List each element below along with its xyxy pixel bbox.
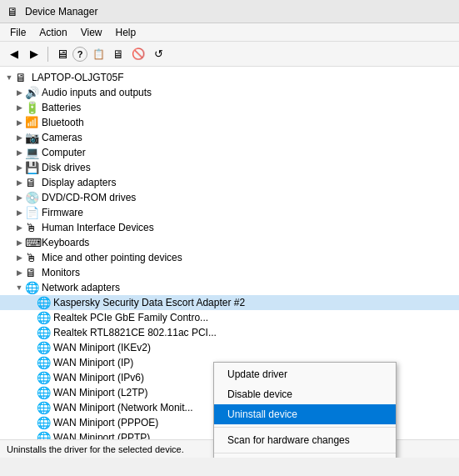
list-item[interactable]: 🌐 Realtek RTL8821CE 802.11ac PCI... bbox=[0, 325, 459, 340]
item-label: Cameras bbox=[42, 132, 82, 143]
item-label: Keyboards bbox=[42, 237, 89, 248]
network-adapter-icon: 🌐 bbox=[37, 296, 50, 309]
root-expand: ▼ bbox=[3, 72, 15, 83]
bluetooth-icon: 📶 bbox=[25, 116, 38, 129]
item-label: Audio inputs and outputs bbox=[42, 87, 152, 98]
list-item[interactable]: 🌐 WAN Miniport (IKEv2) bbox=[0, 340, 459, 355]
list-item[interactable]: ▶ 📶 Bluetooth bbox=[0, 115, 459, 130]
item-label: Computer bbox=[42, 147, 86, 158]
expand-icon: ▶ bbox=[13, 132, 25, 143]
list-item[interactable]: ▶ 🔋 Batteries bbox=[0, 100, 459, 115]
expand-icon: ▶ bbox=[13, 207, 25, 218]
menu-help[interactable]: Help bbox=[109, 25, 143, 40]
item-label: Batteries bbox=[42, 102, 81, 113]
list-item[interactable]: ▶ 🖱 Human Interface Devices bbox=[0, 220, 459, 235]
item-label: Kaspersky Security Data Escort Adapter #… bbox=[53, 297, 245, 308]
item-label: Bluetooth bbox=[42, 117, 84, 128]
context-menu: Update driver Disable device Uninstall d… bbox=[213, 362, 397, 458]
toolbar-properties[interactable]: 📋 bbox=[89, 45, 107, 63]
item-label: Firmware bbox=[42, 207, 83, 218]
network-adapter-icon: 🌐 bbox=[37, 416, 50, 429]
network-adapter-icon: 🌐 bbox=[37, 356, 50, 369]
list-item[interactable]: 🌐 Kaspersky Security Data Escort Adapter… bbox=[0, 295, 459, 310]
list-item[interactable]: ▶ 🔊 Audio inputs and outputs bbox=[0, 85, 459, 100]
hid-icon: 🖱 bbox=[25, 221, 38, 234]
toolbar-help[interactable]: ? bbox=[72, 47, 87, 62]
ctx-update-driver[interactable]: Update driver bbox=[214, 364, 396, 384]
computer-icon: 💻 bbox=[25, 146, 38, 159]
expand-icon: ▶ bbox=[13, 117, 25, 128]
network-adapter-icon: 🌐 bbox=[37, 401, 50, 414]
title-bar: 🖥 Device Manager bbox=[0, 0, 459, 23]
list-item[interactable]: ▶ 🖥 Monitors bbox=[0, 265, 459, 280]
network-icon: 🌐 bbox=[25, 281, 38, 294]
menu-file[interactable]: File bbox=[3, 25, 32, 40]
computer-icon: 🖥 bbox=[15, 71, 28, 84]
item-label: Realtek RTL8821CE 802.11ac PCI... bbox=[53, 327, 217, 338]
list-item[interactable]: ▶ 🖥 Display adapters bbox=[0, 175, 459, 190]
network-adapter-icon: 🌐 bbox=[37, 386, 50, 399]
expand-icon: ▶ bbox=[13, 192, 25, 203]
list-item[interactable]: 🌐 Realtek PCIe GbE Family Contro... bbox=[0, 310, 459, 325]
item-label: WAN Miniport (L2TP) bbox=[53, 387, 148, 398]
network-adapter-icon: 🌐 bbox=[37, 371, 50, 384]
window-title: Device Manager bbox=[25, 6, 97, 18]
item-label: WAN Miniport (IKEv2) bbox=[53, 342, 151, 353]
network-adapter-icon: 🌐 bbox=[37, 341, 50, 354]
window-icon: 🖥 bbox=[7, 5, 20, 18]
network-adapter-icon: 🌐 bbox=[37, 326, 50, 339]
monitor-icon: 🖥 bbox=[25, 266, 38, 279]
expand-icon: ▶ bbox=[13, 162, 25, 173]
status-text: Uninstalls the driver for the selected d… bbox=[7, 444, 184, 454]
disk-icon: 💾 bbox=[25, 161, 38, 174]
expand-icon: ▶ bbox=[13, 177, 25, 188]
list-item[interactable]: ▶ 💿 DVD/CD-ROM drives bbox=[0, 190, 459, 205]
firmware-icon: 📄 bbox=[25, 206, 38, 219]
expand-icon: ▶ bbox=[13, 87, 25, 98]
expand-icon: ▶ bbox=[13, 252, 25, 263]
toolbar-refresh[interactable]: ↺ bbox=[149, 45, 167, 63]
item-label: Display adapters bbox=[42, 177, 116, 188]
display-icon: 🖥 bbox=[25, 176, 38, 189]
list-item[interactable]: ▶ 💾 Disk drives bbox=[0, 160, 459, 175]
item-label: Monitors bbox=[42, 267, 80, 278]
list-item[interactable]: ▶ ⌨ Keyboards bbox=[0, 235, 459, 250]
toolbar-back[interactable]: ◀ bbox=[5, 45, 23, 63]
toolbar-computer[interactable]: 🖥 bbox=[52, 45, 71, 63]
list-item[interactable]: ▶ 📷 Cameras bbox=[0, 130, 459, 145]
expand-icon: ▼ bbox=[13, 282, 25, 293]
ctx-uninstall-device[interactable]: Uninstall device bbox=[214, 404, 396, 424]
list-item[interactable]: ▶ 📄 Firmware bbox=[0, 205, 459, 220]
expand-icon: ▶ bbox=[13, 267, 25, 278]
toolbar-disable[interactable]: 🚫 bbox=[129, 45, 147, 63]
expand-icon: ▶ bbox=[13, 237, 25, 248]
item-label: WAN Miniport (PPPOE) bbox=[53, 417, 158, 428]
list-item[interactable]: ▶ 🖱 Mice and other pointing devices bbox=[0, 250, 459, 265]
camera-icon: 📷 bbox=[25, 131, 38, 144]
menu-action[interactable]: Action bbox=[32, 25, 73, 40]
ctx-properties[interactable]: Properties bbox=[214, 456, 396, 458]
item-label: DVD/CD-ROM drives bbox=[42, 192, 136, 203]
item-label: Disk drives bbox=[42, 162, 91, 173]
toolbar-device[interactable]: 🖥 bbox=[109, 45, 127, 63]
menu-view[interactable]: View bbox=[74, 25, 109, 40]
ctx-scan-hardware[interactable]: Scan for hardware changes bbox=[214, 430, 396, 450]
list-item[interactable]: ▶ 💻 Computer bbox=[0, 145, 459, 160]
keyboard-icon: ⌨ bbox=[25, 236, 38, 249]
dvd-icon: 💿 bbox=[25, 191, 38, 204]
item-label: Realtek PCIe GbE Family Contro... bbox=[53, 312, 208, 323]
ctx-disable-device[interactable]: Disable device bbox=[214, 384, 396, 404]
item-label: Human Interface Devices bbox=[42, 222, 154, 233]
tree-root[interactable]: ▼ 🖥 LAPTOP-OLJGT05F bbox=[0, 70, 459, 85]
mouse-icon: 🖱 bbox=[25, 251, 38, 264]
item-label: Mice and other pointing devices bbox=[42, 252, 182, 263]
expand-icon: ▶ bbox=[13, 147, 25, 158]
network-adapter-icon: 🌐 bbox=[37, 311, 50, 324]
toolbar-forward[interactable]: ▶ bbox=[25, 45, 43, 63]
main-content: ▼ 🖥 LAPTOP-OLJGT05F ▶ 🔊 Audio inputs and… bbox=[0, 67, 459, 458]
list-item[interactable]: ▼ 🌐 Network adapters bbox=[0, 280, 459, 295]
expand-icon: ▶ bbox=[13, 222, 25, 233]
item-label: WAN Miniport (IP) bbox=[53, 357, 133, 368]
root-label: LAPTOP-OLJGT05F bbox=[32, 72, 123, 83]
menu-bar: File Action View Help bbox=[0, 23, 459, 42]
